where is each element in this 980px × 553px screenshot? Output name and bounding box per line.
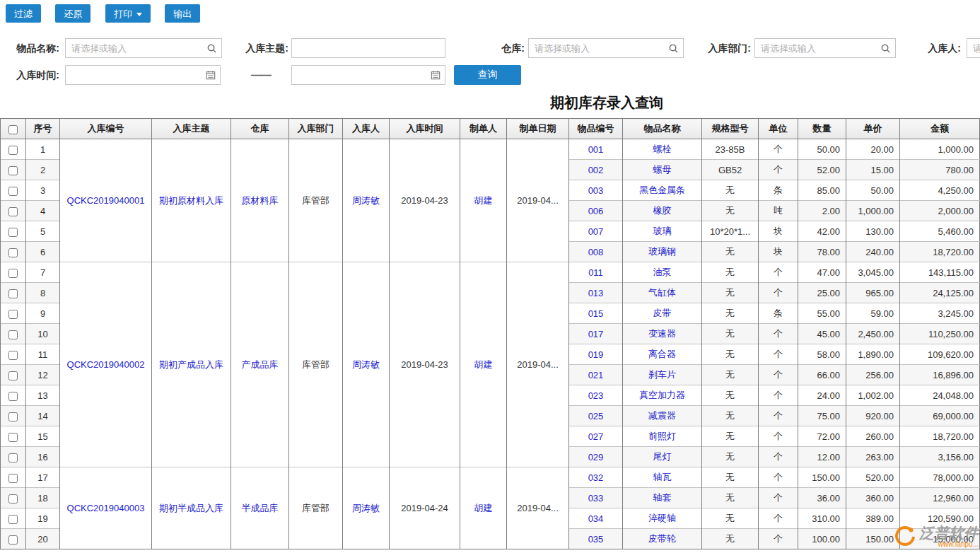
row-checkbox[interactable] <box>8 351 18 360</box>
row-checkbox[interactable] <box>8 289 18 298</box>
row-select-cell[interactable] <box>1 283 26 303</box>
row-select-cell[interactable] <box>1 201 26 221</box>
item-name-cell[interactable]: 气缸体 <box>623 283 702 303</box>
item-no-cell[interactable]: 006 <box>569 201 623 221</box>
row-checkbox[interactable] <box>8 187 18 196</box>
subject-cell[interactable]: 期初产成品入库 <box>152 262 231 467</box>
row-select-cell[interactable] <box>1 242 26 262</box>
row-select-cell[interactable] <box>1 365 26 385</box>
item-no-cell[interactable]: 015 <box>569 303 623 324</box>
row-select-cell[interactable] <box>1 467 26 488</box>
row-checkbox[interactable] <box>8 392 18 401</box>
item-no-cell[interactable]: 032 <box>569 467 623 488</box>
row-checkbox[interactable] <box>8 228 18 237</box>
item-no-cell[interactable]: 013 <box>569 283 623 303</box>
item-no-cell[interactable]: 007 <box>569 221 623 242</box>
item-no-cell[interactable]: 027 <box>569 426 623 447</box>
item-name-cell[interactable]: 皮带轮 <box>623 529 702 549</box>
row-checkbox[interactable] <box>8 515 18 524</box>
row-checkbox[interactable] <box>8 207 18 216</box>
row-checkbox[interactable] <box>8 310 18 319</box>
person-cell[interactable]: 周涛敏 <box>343 262 390 467</box>
row-select-cell[interactable] <box>1 139 26 160</box>
item-name-cell[interactable]: 淬硬轴 <box>623 508 702 529</box>
row-select-cell[interactable] <box>1 488 26 508</box>
row-select-cell[interactable] <box>1 344 26 365</box>
row-select-cell[interactable] <box>1 426 26 447</box>
subject-cell[interactable]: 期初原材料入库 <box>152 139 231 262</box>
filter-button[interactable]: 过滤 <box>6 4 41 23</box>
item-no-cell[interactable]: 011 <box>569 262 623 283</box>
item-name-cell[interactable]: 橡胶 <box>623 201 702 221</box>
search-icon[interactable] <box>206 43 217 54</box>
item-name-cell[interactable]: 尾灯 <box>623 447 702 467</box>
item-name-cell[interactable]: 螺母 <box>623 160 702 180</box>
row-checkbox[interactable] <box>8 330 18 339</box>
calendar-icon[interactable] <box>431 70 441 80</box>
item-name-cell[interactable]: 前照灯 <box>623 426 702 447</box>
item-no-cell[interactable]: 001 <box>569 139 623 160</box>
search-button[interactable]: 查询 <box>454 65 521 85</box>
item-name-cell[interactable]: 刹车片 <box>623 365 702 385</box>
item-no-cell[interactable]: 002 <box>569 160 623 180</box>
item-name-cell[interactable]: 变速器 <box>623 324 702 344</box>
row-select-cell[interactable] <box>1 160 26 180</box>
inbound-no-cell[interactable]: QCKC2019040003 <box>60 467 152 549</box>
item-name-cell[interactable]: 真空加力器 <box>623 385 702 406</box>
item-no-cell[interactable]: 021 <box>569 365 623 385</box>
item-name-cell[interactable]: 轴套 <box>623 488 702 508</box>
row-select-cell[interactable] <box>1 447 26 467</box>
item-name-cell[interactable]: 轴瓦 <box>623 467 702 488</box>
item-name-cell[interactable]: 黑色金属条 <box>623 180 702 201</box>
inbound-time-end-input[interactable] <box>291 65 445 85</box>
person-cell[interactable]: 周涛敏 <box>343 139 390 262</box>
print-button[interactable]: 打印 <box>105 4 151 23</box>
row-checkbox[interactable] <box>8 412 18 421</box>
item-name-cell[interactable]: 玻璃 <box>623 221 702 242</box>
item-name-cell[interactable]: 皮带 <box>623 303 702 324</box>
search-icon[interactable] <box>880 43 891 54</box>
item-no-cell[interactable]: 035 <box>569 529 623 549</box>
select-all-cell[interactable] <box>1 119 26 139</box>
row-checkbox[interactable] <box>8 166 18 175</box>
row-checkbox[interactable] <box>8 433 18 442</box>
row-checkbox[interactable] <box>8 535 18 545</box>
row-checkbox[interactable] <box>8 474 18 483</box>
row-checkbox[interactable] <box>8 371 18 380</box>
warehouse-cell[interactable]: 半成品库 <box>231 467 289 549</box>
item-name-cell[interactable]: 油泵 <box>623 262 702 283</box>
maker-cell[interactable]: 胡建 <box>460 139 507 262</box>
row-select-cell[interactable] <box>1 508 26 529</box>
subject-cell[interactable]: 期初半成品入库 <box>152 467 231 549</box>
inbound-no-cell[interactable]: QCKC2019040001 <box>60 139 152 262</box>
item-no-cell[interactable]: 019 <box>569 344 623 365</box>
item-no-cell[interactable]: 017 <box>569 324 623 344</box>
calendar-icon[interactable] <box>206 70 216 80</box>
item-no-cell[interactable]: 008 <box>569 242 623 262</box>
row-select-cell[interactable] <box>1 262 26 283</box>
restore-button[interactable]: 还原 <box>55 4 91 23</box>
row-checkbox[interactable] <box>8 269 18 278</box>
row-checkbox[interactable] <box>8 453 18 462</box>
item-no-cell[interactable]: 025 <box>569 406 623 426</box>
item-name-cell[interactable]: 玻璃钢 <box>623 242 702 262</box>
inbound-subject-input[interactable] <box>291 38 445 58</box>
item-name-cell[interactable]: 离合器 <box>623 344 702 365</box>
search-icon[interactable] <box>668 43 679 54</box>
item-name-cell[interactable]: 减震器 <box>623 406 702 426</box>
item-no-cell[interactable]: 033 <box>569 488 623 508</box>
inbound-department-input[interactable] <box>754 38 896 58</box>
row-select-cell[interactable] <box>1 406 26 426</box>
export-button[interactable]: 输出 <box>165 4 200 23</box>
row-select-cell[interactable] <box>1 385 26 406</box>
row-select-cell[interactable] <box>1 324 26 344</box>
row-select-cell[interactable] <box>1 529 26 549</box>
select-all-checkbox[interactable] <box>8 125 18 134</box>
warehouse-input[interactable] <box>528 38 684 58</box>
maker-cell[interactable]: 胡建 <box>460 262 507 467</box>
row-checkbox[interactable] <box>8 248 18 257</box>
warehouse-cell[interactable]: 产成品库 <box>231 262 289 467</box>
row-checkbox[interactable] <box>8 146 18 155</box>
warehouse-cell[interactable]: 原材料库 <box>231 139 289 262</box>
item-name-cell[interactable]: 螺栓 <box>623 139 702 160</box>
